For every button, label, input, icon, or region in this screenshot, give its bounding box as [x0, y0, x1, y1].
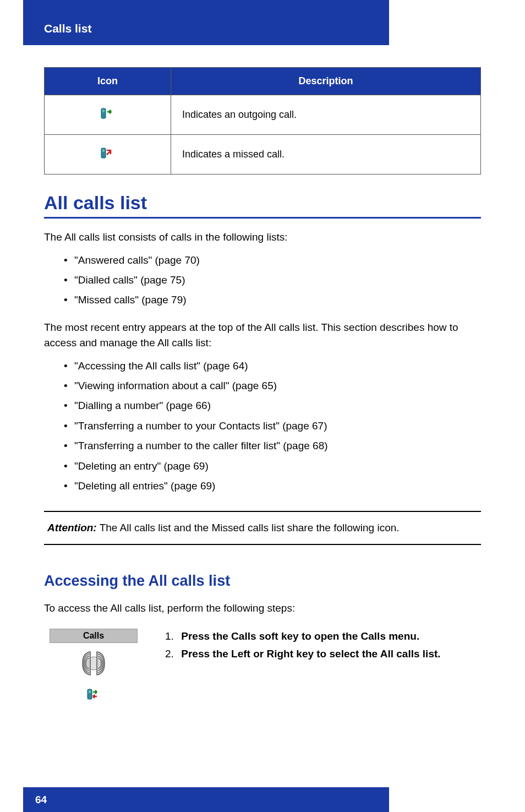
- step-1-body: Press the Calls soft key to open the Cal…: [181, 630, 419, 642]
- list-item: "Missed calls" (page 79): [44, 292, 481, 308]
- step-2: 2. Press the Left or Right key to select…: [44, 646, 481, 702]
- xref-transfer-contacts[interactable]: "Transferring a number to your Contacts …: [74, 420, 327, 432]
- cell-desc-missed: Indicates a missed call.: [171, 135, 480, 175]
- xref-transfer-filter[interactable]: "Transferring a number to the caller fil…: [74, 440, 328, 451]
- svg-rect-6: [89, 690, 91, 693]
- step-2-graphic: [44, 646, 143, 702]
- heading-accessing-all-calls: Accessing the All calls list: [44, 573, 481, 590]
- svg-rect-3: [102, 149, 105, 152]
- page-number: 64: [35, 794, 47, 806]
- table-row: Indicates an outgoing call.: [45, 95, 481, 135]
- table-row: Indicates a missed call.: [45, 135, 481, 175]
- step-1-graphic: Calls: [44, 629, 143, 643]
- xref-dialled-calls[interactable]: "Dialled calls" (page 75): [74, 274, 185, 286]
- list-item: "Viewing information about a call" (page…: [44, 378, 481, 394]
- step-num-1: 1.: [165, 629, 178, 645]
- table-header-description: Description: [171, 68, 480, 95]
- list-item: "Deleting an entry" (page 69): [44, 458, 481, 475]
- para-accessing-intro: To access the All calls list, perform th…: [44, 601, 481, 617]
- para-all-calls-overview: The most recent entry appears at the top…: [44, 320, 481, 351]
- missed-call-icon: [100, 147, 114, 162]
- xref-missed-calls[interactable]: "Missed calls" (page 79): [74, 294, 187, 306]
- xref-viewing-info[interactable]: "Viewing information about a call" (page…: [74, 380, 277, 391]
- cell-icon-missed: [45, 135, 171, 175]
- svg-rect-1: [102, 110, 105, 112]
- header-bar: Calls list: [23, 0, 389, 45]
- list-item: "Deleting all entries" (page 69): [44, 478, 481, 494]
- outgoing-call-icon: [100, 107, 114, 122]
- bullet-list-section-links: "Accessing the All calls list" (page 64)…: [44, 358, 481, 495]
- bullet-list-call-types: "Answered calls" (page 70) "Dialled call…: [44, 252, 481, 309]
- list-item: "Accessing the All calls list" (page 64): [44, 358, 481, 374]
- all-calls-icon: [86, 688, 101, 702]
- xref-delete-entry[interactable]: "Deleting an entry" (page 69): [74, 460, 209, 472]
- footer-bar: 64: [23, 787, 389, 812]
- calls-softkey-label: Calls: [50, 629, 138, 643]
- xref-dialling[interactable]: "Dialling a number" (page 66): [74, 400, 211, 411]
- list-item: "Dialling a number" (page 66): [44, 397, 481, 414]
- list-item: "Transferring a number to your Contacts …: [44, 418, 481, 434]
- list-item: "Answered calls" (page 70): [44, 252, 481, 269]
- navigation-left-right-icon: [74, 673, 113, 682]
- attention-box: Attention: The All calls list and the Mi…: [44, 511, 481, 545]
- step-1-text: 1. Press the Calls soft key to open the …: [165, 629, 481, 645]
- step-num-2: 2.: [165, 646, 178, 662]
- page-content: Icon Description Indicates an outgoing c…: [0, 67, 525, 702]
- xref-delete-all[interactable]: "Deleting all entries" (page 69): [74, 480, 215, 492]
- step-1: Calls 1. Press the Calls soft key to ope…: [44, 629, 481, 645]
- step-2-text: 2. Press the Left or Right key to select…: [165, 646, 481, 662]
- attention-label: Attention:: [47, 522, 97, 533]
- table-header-icon: Icon: [45, 68, 171, 95]
- step-table: Calls 1. Press the Calls soft key to ope…: [44, 629, 481, 703]
- heading-all-calls-list: All calls list: [44, 192, 481, 219]
- para-all-calls-intro: The All calls list consists of calls in …: [44, 230, 481, 246]
- icon-table: Icon Description Indicates an outgoing c…: [44, 67, 481, 175]
- xref-accessing[interactable]: "Accessing the All calls list" (page 64): [74, 360, 248, 372]
- cell-desc-outgoing: Indicates an outgoing call.: [171, 95, 480, 135]
- list-item: "Dialled calls" (page 75): [44, 272, 481, 288]
- running-header-title: Calls list: [44, 22, 91, 35]
- list-item: "Transferring a number to the caller fil…: [44, 438, 481, 454]
- xref-answered-calls[interactable]: "Answered calls" (page 70): [74, 254, 200, 266]
- cell-icon-outgoing: [45, 95, 171, 135]
- attention-text: The All calls list and the Missed calls …: [97, 522, 400, 533]
- step-2-body: Press the Left or Right key to select th…: [181, 648, 440, 660]
